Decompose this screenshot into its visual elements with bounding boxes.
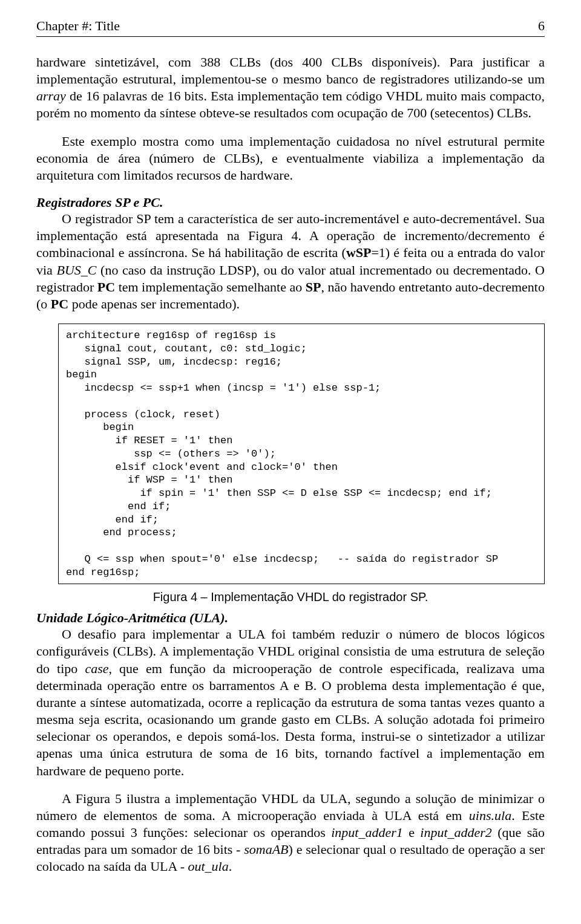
text: hardware sintetizável, com 388 CLBs (dos…	[36, 54, 545, 86]
code-block: architecture reg16sp of reg16sp is signa…	[58, 324, 545, 584]
text: pode apenas ser incrementado).	[68, 296, 240, 311]
page: Chapter #: Title 6 hardware sintetizável…	[0, 0, 581, 910]
italic-text: input_adder1	[331, 825, 403, 840]
text: tem implementação semelhante ao	[115, 279, 306, 294]
text: .	[229, 859, 232, 874]
text: , que em função da microoperação de cont…	[36, 661, 545, 778]
header-left: Chapter #: Title	[36, 18, 120, 34]
figure-caption-4: Figura 4 – Implementação VHDL do registr…	[36, 590, 545, 604]
section-title-ula: Unidade Lógico-Aritmética (ULA).	[36, 610, 545, 626]
italic-text: input_adder2	[420, 825, 492, 840]
italic-text: array	[36, 88, 66, 103]
bold-text: wSP	[346, 245, 372, 260]
text: e	[403, 825, 421, 840]
text: de 16 palavras de 16 bits. Esta implemen…	[36, 88, 545, 120]
paragraph-5: A Figura 5 ilustra a implementação VHDL …	[36, 790, 545, 876]
paragraph-3: O registrador SP tem a característica de…	[36, 210, 545, 313]
paragraph-4: O desafio para implementar a ULA foi tam…	[36, 626, 545, 779]
italic-text: BUS_C	[56, 262, 96, 278]
paragraph-1: hardware sintetizável, com 388 CLBs (dos…	[36, 54, 545, 122]
italic-text: case	[85, 661, 108, 676]
page-number: 6	[538, 18, 545, 34]
text: Este exemplo mostra como uma implementaç…	[36, 134, 545, 183]
italic-text: out_ula	[188, 859, 228, 874]
page-header: Chapter #: Title 6	[36, 18, 545, 37]
bold-text: SP	[306, 279, 321, 294]
paragraph-2: Este exemplo mostra como uma implementaç…	[36, 133, 545, 184]
section-title-registradores: Registradores SP e PC.	[36, 195, 545, 210]
italic-text: somaAB	[244, 842, 288, 857]
italic-text: uins.ula	[469, 808, 511, 823]
bold-text: PC	[51, 296, 68, 311]
bold-text: PC	[97, 279, 115, 294]
